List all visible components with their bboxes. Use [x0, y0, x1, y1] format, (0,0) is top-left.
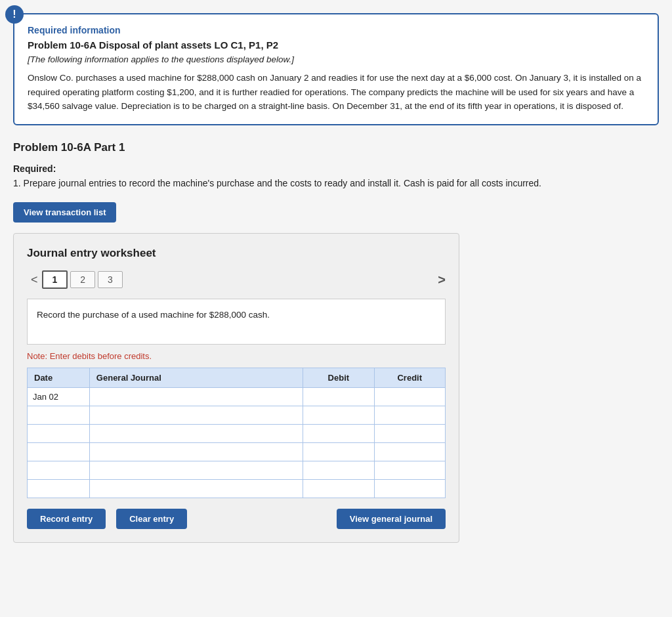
credit-input-0[interactable] — [375, 388, 445, 406]
instruction-box: Record the purchase of a used machine fo… — [27, 299, 446, 345]
credit-cell-5[interactable] — [374, 479, 445, 498]
date-cell-2 — [28, 424, 90, 442]
gj-cell-1[interactable] — [89, 406, 303, 424]
section-title: Problem 10-6A Part 1 — [13, 141, 659, 154]
gj-cell-4[interactable] — [89, 461, 303, 479]
gj-cell-5[interactable] — [89, 479, 303, 498]
table-row — [28, 424, 446, 442]
gj-input-0[interactable] — [90, 388, 303, 406]
debit-input-4[interactable] — [303, 461, 373, 479]
journal-entry-worksheet: Journal entry worksheet < 1 2 3 > Record… — [13, 233, 459, 543]
date-cell-0: Jan 02 — [28, 387, 90, 406]
gj-input-4[interactable] — [90, 461, 303, 479]
date-cell-1 — [28, 406, 90, 424]
date-cell-4 — [28, 461, 90, 479]
table-row: Jan 02 — [28, 387, 446, 406]
credit-cell-0[interactable] — [374, 387, 445, 406]
credit-input-3[interactable] — [375, 443, 445, 461]
worksheet-title: Journal entry worksheet — [27, 247, 446, 260]
debit-input-5[interactable] — [303, 480, 373, 498]
credit-cell-2[interactable] — [374, 424, 445, 442]
info-box: ! Required information Problem 10-6A Dis… — [13, 13, 659, 125]
gj-cell-2[interactable] — [89, 424, 303, 442]
required-label: Required: — [13, 163, 659, 174]
debit-input-2[interactable] — [303, 425, 373, 442]
table-row — [28, 479, 446, 498]
debit-cell-1[interactable] — [303, 406, 374, 424]
body-text: Onslow Co. purchases a used machine for … — [28, 71, 644, 114]
gj-input-3[interactable] — [90, 443, 303, 461]
tab-next-chevron[interactable]: > — [438, 272, 446, 287]
table-row — [28, 442, 446, 461]
gj-input-5[interactable] — [90, 480, 303, 498]
col-header-credit: Credit — [374, 368, 445, 387]
instruction-text: Record the purchase of a used machine fo… — [37, 310, 270, 320]
record-entry-button[interactable]: Record entry — [27, 509, 106, 529]
tab-prev-chevron[interactable]: < — [27, 270, 42, 289]
debit-input-0[interactable] — [303, 388, 373, 406]
gj-input-1[interactable] — [90, 406, 303, 424]
journal-table: Date General Journal Debit Credit Jan 02 — [27, 368, 446, 498]
tab-navigation: < 1 2 3 > — [27, 270, 446, 289]
clear-entry-button[interactable]: Clear entry — [116, 509, 187, 529]
debit-cell-0[interactable] — [303, 387, 374, 406]
gj-cell-0[interactable] — [89, 387, 303, 406]
debit-cell-3[interactable] — [303, 442, 374, 461]
col-header-gj: General Journal — [89, 368, 303, 387]
tab-3[interactable]: 3 — [98, 271, 123, 288]
gj-cell-3[interactable] — [89, 442, 303, 461]
debit-cell-5[interactable] — [303, 479, 374, 498]
problem-title: Problem 10-6A Disposal of plant assets L… — [28, 39, 644, 51]
credit-cell-4[interactable] — [374, 461, 445, 479]
action-buttons: Record entry Clear entry View general jo… — [27, 509, 446, 529]
debit-cell-2[interactable] — [303, 424, 374, 442]
italic-note: [The following information applies to th… — [28, 54, 644, 64]
credit-input-1[interactable] — [375, 406, 445, 424]
debit-input-1[interactable] — [303, 406, 373, 424]
debit-input-3[interactable] — [303, 443, 373, 461]
debit-cell-4[interactable] — [303, 461, 374, 479]
tab-2[interactable]: 2 — [70, 271, 95, 288]
table-row — [28, 406, 446, 424]
info-icon: ! — [5, 5, 24, 24]
credit-input-4[interactable] — [375, 461, 445, 479]
tab-1[interactable]: 1 — [42, 270, 68, 289]
col-header-date: Date — [28, 368, 90, 387]
view-transaction-button[interactable]: View transaction list — [13, 202, 116, 223]
date-cell-5 — [28, 479, 90, 498]
required-info-label: Required information — [28, 25, 644, 35]
credit-input-5[interactable] — [375, 480, 445, 498]
view-general-journal-button[interactable]: View general journal — [337, 509, 446, 529]
credit-cell-1[interactable] — [374, 406, 445, 424]
date-cell-3 — [28, 442, 90, 461]
credit-cell-3[interactable] — [374, 442, 445, 461]
credit-input-2[interactable] — [375, 425, 445, 442]
note-text: Note: Enter debits before credits. — [27, 351, 446, 361]
table-row — [28, 461, 446, 479]
required-desc: 1. Prepare journal entries to record the… — [13, 177, 659, 190]
col-header-debit: Debit — [303, 368, 374, 387]
gj-input-2[interactable] — [90, 425, 303, 442]
